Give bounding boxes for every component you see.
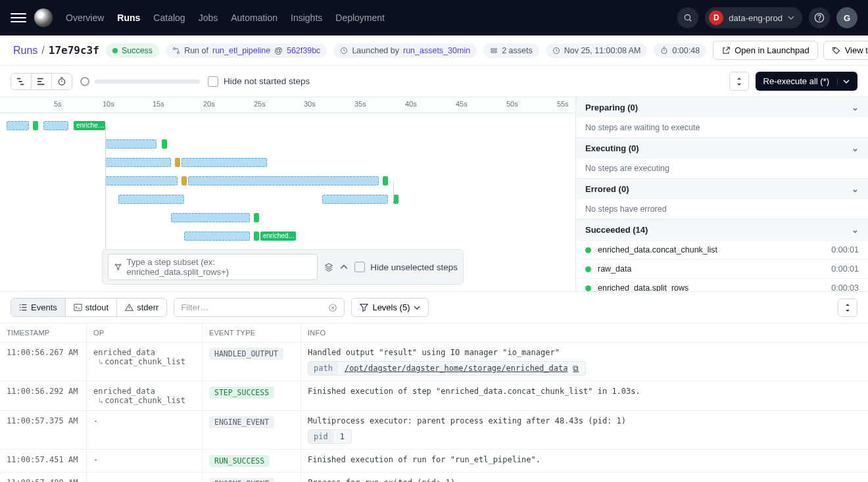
open-launchpad-button[interactable]: Open in Launchpad (713, 41, 817, 60)
chevron-up-icon[interactable] (340, 263, 348, 271)
log-info: Finished execution of run for "run_etl_p… (301, 450, 868, 472)
commit-link[interactable]: 562f39bc (287, 46, 320, 55)
tab-stderr[interactable]: stderr (117, 299, 166, 316)
gantt-marker[interactable] (181, 176, 187, 185)
kv-pid-pill[interactable]: pid 1 (308, 429, 352, 444)
hide-unselected-checkbox[interactable]: Hide unselected steps (354, 262, 458, 272)
gantt-bar[interactable] (181, 158, 267, 167)
checkbox-box[interactable] (208, 76, 218, 87)
executing-header[interactable]: Executing (0)⌄ (576, 138, 868, 158)
status-dot-icon (585, 285, 591, 291)
gantt-marker[interactable] (254, 231, 259, 241)
gantt-marker[interactable] (175, 158, 180, 167)
help-button[interactable] (809, 7, 830, 28)
preparing-header[interactable]: Preparing (0)⌄ (576, 97, 868, 118)
nav-jobs[interactable]: Jobs (199, 12, 218, 23)
pipeline-link[interactable]: run_etl_pipeline (212, 46, 270, 55)
clear-filter-icon[interactable] (328, 303, 337, 312)
assets-pill[interactable]: 2 assets (483, 43, 539, 58)
gantt-marker[interactable] (162, 139, 167, 149)
gantt-marker[interactable] (33, 121, 38, 130)
gantt-marker[interactable] (383, 176, 388, 185)
time-view-button[interactable] (52, 74, 72, 89)
gantt-chart[interactable]: 5s 10s 15s 20s 25s 30s 35s 40s 45s 50s 5… (0, 97, 575, 291)
kv-value[interactable]: /opt/dagster/dagster_home/storage/enrich… (338, 362, 586, 375)
log-event-type: STEP_SUCCESS (203, 381, 301, 410)
launched-by-link[interactable]: run_assets_30min (403, 46, 470, 55)
nav-insights[interactable]: Insights (291, 12, 322, 23)
gantt-marker[interactable] (393, 195, 398, 204)
runs-link[interactable]: Runs (13, 45, 37, 57)
copy-icon[interactable]: ⧉ (573, 364, 579, 373)
log-table: TIMESTAMP OP EVENT TYPE INFO 11:00:56.26… (0, 324, 868, 482)
gantt-bar-labeled[interactable]: enriche… (74, 121, 105, 130)
succeeded-item[interactable]: enriched_data.concat_chunk_list0:00:01 (576, 240, 868, 259)
hide-unselected-label: Hide unselected steps (370, 262, 458, 272)
gantt-bar[interactable] (7, 121, 29, 130)
checkbox-box[interactable] (354, 262, 365, 272)
nav-deployment[interactable]: Deployment (335, 12, 385, 23)
succeeded-header[interactable]: Succeeded (14)⌄ (576, 220, 868, 240)
gantt-bar[interactable] (43, 121, 68, 130)
gantt-bar[interactable] (322, 195, 388, 204)
log-timestamp: 11:00:56.292 AM (0, 381, 87, 410)
hamburger-icon[interactable] (11, 10, 26, 26)
log-row[interactable]: 11:00:57.489 AM - ENGINE_EVENT Process f… (0, 473, 868, 482)
errored-header[interactable]: Errored (0)⌄ (576, 179, 868, 199)
tab-events[interactable]: Events (11, 299, 66, 316)
svg-point-22 (20, 304, 21, 306)
reexecute-dropdown[interactable] (837, 78, 850, 85)
top-nav: Overview Runs Catalog Jobs Automation In… (0, 0, 868, 36)
kv-key: pid (308, 430, 333, 443)
levels-dropdown[interactable]: Levels (5) (351, 298, 429, 317)
flat-view-button[interactable] (32, 74, 52, 89)
right-panel: Preparing (0)⌄ No steps are waiting to e… (575, 97, 868, 291)
workspace-selector[interactable]: D data-eng-prod (705, 7, 802, 28)
step-subset-input[interactable]: Type a step subset (ex: enriched_data.sp… (108, 254, 318, 280)
gantt-bar[interactable] (188, 176, 379, 185)
timestamp-text: Nov 25, 11:00:08 AM (564, 46, 641, 55)
hide-not-started-checkbox[interactable]: Hide not started steps (208, 76, 310, 87)
filter-placeholder: Filter… (181, 302, 208, 312)
zoom-slider[interactable] (80, 77, 200, 86)
layers-icon[interactable] (324, 262, 333, 272)
succeeded-item[interactable]: raw_data0:00:01 (576, 259, 868, 278)
gantt-bar[interactable] (105, 158, 171, 167)
view-tags-button[interactable]: View tags and config (823, 41, 868, 60)
svg-rect-15 (37, 78, 43, 79)
nav-overview[interactable]: Overview (66, 12, 104, 23)
log-row[interactable]: 11:00:57.375 AM - ENGINE_EVENT Multiproc… (0, 411, 868, 450)
expand-log-button[interactable] (838, 299, 857, 317)
log-row[interactable]: 11:00:56.267 AM enriched_data concat_chu… (0, 343, 868, 381)
dagster-logo[interactable] (34, 9, 53, 27)
gantt-bar[interactable] (105, 176, 178, 185)
slider-knob[interactable] (80, 77, 89, 86)
gantt-marker[interactable] (254, 213, 259, 222)
waterfall-view-button[interactable] (11, 74, 32, 89)
run-of-pill[interactable]: Run of run_etl_pipeline @ 562f39bc (166, 43, 327, 58)
gantt-bar[interactable] (184, 231, 250, 241)
nav-catalog[interactable]: Catalog (153, 12, 185, 23)
log-toolbar: Events stdout stderr Filter… Levels (5) (0, 292, 868, 324)
kv-path-pill[interactable]: path /opt/dagster/dagster_home/storage/e… (308, 361, 586, 375)
gantt-bar-labeled[interactable]: enriched… (260, 231, 296, 241)
launched-by-pill[interactable]: Launched by run_assets_30min (333, 43, 477, 58)
gantt-bar[interactable] (105, 139, 157, 149)
tab-stdout-label: stdout (85, 302, 108, 312)
gantt-bar[interactable] (118, 195, 184, 204)
log-filter-input[interactable]: Filter… (174, 298, 345, 317)
gantt-bar[interactable] (171, 213, 250, 222)
succeeded-item[interactable]: enriched_data.split_rows0:00:03 (576, 278, 868, 291)
expand-collapse-button[interactable] (729, 72, 749, 91)
search-button[interactable] (677, 7, 698, 28)
filter-icon (360, 303, 368, 312)
expand-vert-icon (735, 77, 743, 86)
reexecute-button[interactable]: Re-execute all (*) (756, 72, 857, 91)
slider-track[interactable] (95, 80, 200, 84)
log-row[interactable]: 11:00:57.451 AM - RUN_SUCCESS Finished e… (0, 450, 868, 473)
user-avatar[interactable]: G (836, 7, 857, 28)
tab-stdout[interactable]: stdout (66, 299, 117, 316)
nav-runs[interactable]: Runs (117, 12, 140, 23)
nav-automation[interactable]: Automation (231, 12, 277, 23)
log-row[interactable]: 11:00:56.292 AM enriched_data concat_chu… (0, 381, 868, 411)
